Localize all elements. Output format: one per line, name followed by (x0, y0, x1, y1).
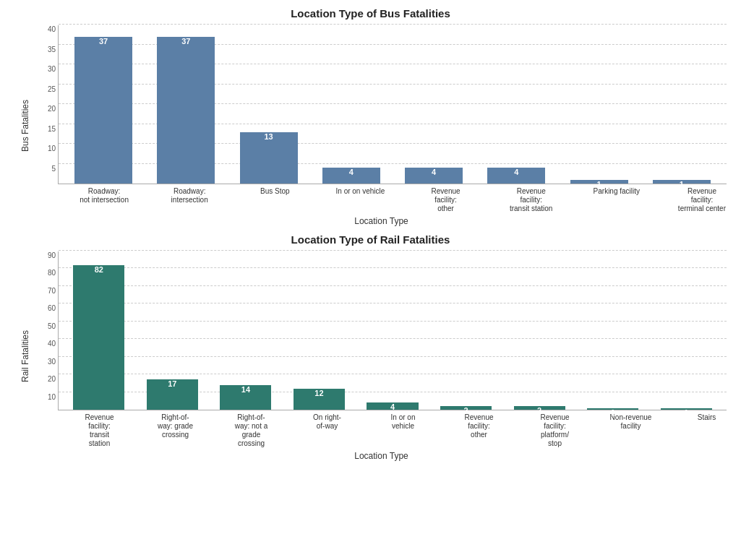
bus-chart-container: Location Type of Bus Fatalities Bus Fata… (14, 7, 727, 226)
bar: 4 (405, 168, 463, 184)
bar: 1 (661, 408, 712, 410)
bar: 13 (240, 132, 298, 184)
bar: 2 (440, 406, 492, 410)
x-axis-label-item: Roadway:not intersection (61, 184, 147, 213)
x-axis-label-item: Right-of-way: gradecrossing (137, 410, 213, 448)
bar-item: 13 (228, 25, 310, 184)
bar-item: 37 (62, 25, 145, 184)
bar-item: 2 (429, 251, 503, 410)
rail-chart-title: Location Type of Rail Fatalities (14, 233, 727, 246)
x-axis-label-item: Right-of-way: not agradecrossing (213, 410, 289, 448)
bar: 2 (514, 406, 565, 410)
bus-x-axis-label: Location Type (36, 216, 727, 226)
bar-item: 1 (650, 251, 724, 410)
bus-plot-area: 510152025303540 37371344411 (58, 25, 727, 184)
bar-value-label: 82 (95, 265, 103, 275)
bus-chart-title: Location Type of Bus Fatalities (14, 7, 727, 20)
bar-value-label: 14 (241, 385, 250, 395)
bar: 4 (322, 168, 380, 184)
bar: 82 (73, 265, 124, 410)
bar: 1 (587, 408, 638, 410)
bar-value-label: 4 (349, 168, 354, 178)
bar-item: 4 (310, 25, 393, 184)
bar-value-label: 37 (99, 37, 108, 47)
x-axis-label-item: Revenuefacility:terminal center (659, 184, 741, 213)
bar-value-label: 4 (432, 168, 436, 178)
bar-item: 17 (136, 251, 210, 410)
bar: 37 (157, 37, 215, 184)
bar-value-label: 1 (680, 180, 684, 190)
x-axis-label-item: In or onvehicle (365, 410, 441, 448)
x-axis-label-item: Revenuefacility:transitstation (61, 410, 137, 448)
x-axis-label-item: Parking facility (574, 184, 659, 213)
bar: 1 (653, 180, 711, 184)
bar-item: 1 (641, 25, 723, 184)
x-axis-label-item: Revenuefacility:platform/stop (517, 410, 593, 448)
bar-item: 2 (502, 251, 576, 410)
rail-x-axis-label: Location Type (36, 451, 727, 461)
bar-value-label: 4 (514, 168, 518, 178)
bar-value-label: 12 (314, 389, 323, 399)
bar-item: 4 (356, 251, 429, 410)
bar-value-label: 17 (168, 379, 176, 389)
bar: 4 (367, 402, 418, 410)
bar: 37 (74, 37, 132, 184)
bar-value-label: 1 (597, 180, 601, 190)
bar-value-label: 1 (684, 408, 688, 418)
bar-value-label: 4 (390, 402, 395, 413)
bar-value-label: 2 (464, 406, 468, 416)
bar-item: 1 (576, 251, 650, 410)
rail-plot-area: 102030405060708090 8217141242211 (58, 251, 727, 410)
rail-y-axis-label: Rail Fatalities (14, 251, 36, 461)
x-axis-label-item: Revenuefacility:other (403, 184, 489, 213)
x-axis-label-item: Non-revenuefacility (593, 410, 669, 448)
bar: 12 (294, 389, 345, 410)
bar-item: 4 (475, 25, 557, 184)
bar: 1 (570, 180, 628, 184)
x-axis-label-item: Revenuefacility:other (441, 410, 517, 448)
bar-value-label: 37 (181, 37, 190, 47)
bar-item: 14 (209, 251, 283, 410)
bar: 14 (220, 385, 271, 410)
bar-item: 4 (393, 25, 475, 184)
bar-item: 37 (145, 25, 227, 184)
bar-value-label: 1 (611, 408, 615, 418)
bar-value-label: 2 (537, 406, 541, 416)
bar-item: 82 (62, 251, 136, 410)
x-axis-label-item: Stairs (669, 410, 741, 448)
x-axis-label-item: Roadway:intersection (147, 184, 232, 213)
x-axis-label-item: Bus Stop (232, 184, 317, 213)
x-axis-label-item: On right-of-way (289, 410, 365, 448)
bar-item: 1 (558, 25, 641, 184)
x-axis-label-item: Revenuefacility:transit station (489, 184, 574, 213)
bar-item: 12 (283, 251, 356, 410)
bar: 17 (147, 379, 198, 410)
bar-value-label: 13 (265, 132, 273, 142)
bar: 4 (487, 168, 545, 184)
rail-chart-container: Location Type of Rail Fatalities Rail Fa… (14, 233, 727, 461)
x-axis-label-item: In or on vehicle (317, 184, 403, 213)
bus-y-axis-label: Bus Fatalities (14, 25, 36, 226)
